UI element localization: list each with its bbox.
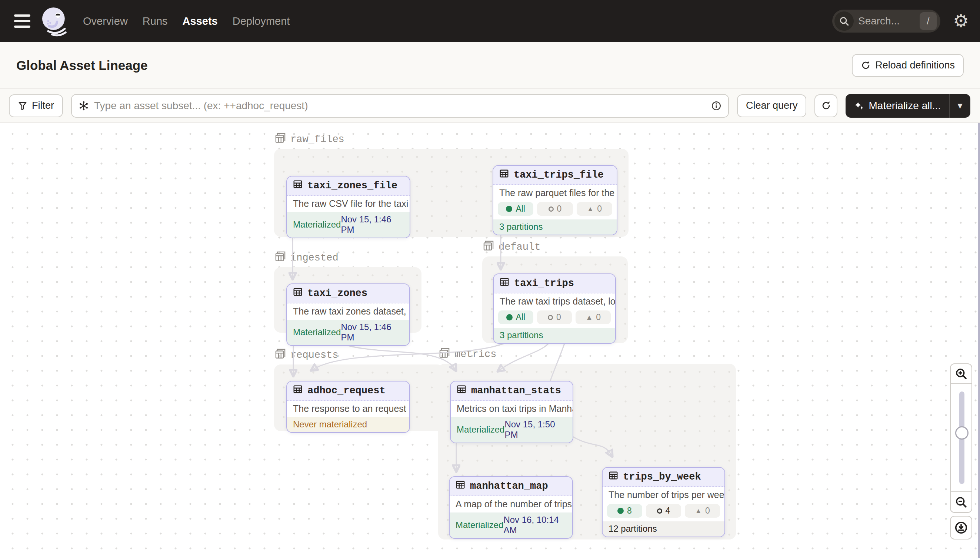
table-icon	[500, 277, 509, 290]
search-input[interactable]	[858, 15, 920, 27]
partition-health: All0▲0	[494, 310, 615, 328]
top-nav: OverviewRunsAssetsDeployment / ⚙	[0, 0, 980, 42]
asset-node-taxi_trips_file[interactable]: taxi_trips_fileThe raw parquet files for…	[492, 165, 618, 235]
materialization-time: Nov 15, 1:46 PM	[341, 322, 404, 343]
materialization-status: MaterializedNov 15, 1:46 PM	[287, 320, 409, 345]
download-image-button[interactable]	[950, 516, 972, 540]
partition-pill-triangle: ▲0	[576, 310, 611, 324]
partition-pill-dot: All	[498, 202, 533, 216]
asset-node-taxi_zones_file[interactable]: taxi_zones_fileThe raw CSV file for the …	[286, 176, 410, 238]
filter-icon	[18, 101, 27, 111]
partition-pill-circle: 0	[537, 310, 572, 324]
info-icon[interactable]	[711, 101, 721, 111]
nav-item-runs[interactable]: Runs	[143, 15, 168, 27]
asset-description: The raw parquet files for the taxi trips…	[493, 185, 617, 201]
asset-query-input[interactable]	[94, 100, 706, 112]
scrollbar[interactable]	[978, 123, 980, 558]
asset-query-field	[71, 94, 729, 118]
materialize-options-button[interactable]: ▾	[950, 94, 970, 118]
asset-graph-icon	[79, 101, 89, 111]
asset-description: The raw taxi trips dataset, loaded into …	[494, 294, 615, 310]
asset-name: taxi_zones_file	[287, 177, 410, 196]
materialization-time: Nov 16, 10:14 AM	[503, 515, 566, 535]
lineage-canvas[interactable]: raw_filesingesteddefaultrequestsmetricst…	[0, 123, 980, 558]
table-icon	[608, 471, 618, 483]
asset-name: adhoc_request	[287, 381, 409, 401]
table-icon	[456, 480, 465, 492]
partition-pill-circle: 0	[537, 202, 573, 216]
materialization-time: Nov 15, 1:50 PM	[504, 419, 567, 440]
zoom-out-button[interactable]	[950, 491, 972, 513]
asset-name: taxi_trips_file	[493, 166, 617, 185]
search-icon	[835, 11, 854, 31]
asset-node-taxi_trips[interactable]: taxi_tripsThe raw taxi trips dataset, lo…	[493, 274, 616, 344]
page-header: Global Asset Lineage Reload definitions	[0, 42, 980, 89]
partition-pill-triangle: ▲0	[685, 504, 720, 518]
asset-node-manhattan_map[interactable]: manhattan_mapA map of the number of trip…	[449, 476, 573, 539]
table-icon	[293, 384, 303, 397]
zoom-out-icon	[955, 496, 967, 509]
asset-description: The raw CSV file for the taxi zones dat.…	[287, 196, 410, 212]
materialization-status: Never materialized	[287, 417, 409, 432]
asset-description: A map of the number of trips per taxi z.…	[450, 496, 572, 512]
partitions-count: 12 partitions	[603, 521, 725, 537]
dagster-logo-icon	[39, 3, 69, 39]
partition-pill-dot: All	[498, 310, 533, 324]
partitions-count: 3 partitions	[493, 220, 617, 235]
slash-shortcut-badge: /	[920, 12, 937, 30]
sparkle-icon	[854, 101, 864, 111]
nav-item-assets[interactable]: Assets	[183, 15, 218, 27]
partition-pill-dot: 8	[607, 504, 642, 518]
gear-icon[interactable]: ⚙	[953, 12, 969, 30]
asset-description: Metrics on taxi trips in Manhattan	[451, 401, 573, 417]
asset-name: manhattan_map	[450, 477, 572, 496]
partition-pill-circle: 4	[646, 504, 681, 518]
materialize-all-button[interactable]: Materialize all...	[845, 94, 949, 118]
reload-definitions-label: Reload definitions	[875, 59, 955, 71]
zoom-slider	[950, 384, 972, 491]
partition-health: 84▲0	[603, 503, 725, 521]
zoom-in-button[interactable]	[950, 363, 972, 384]
nav-links: OverviewRunsAssetsDeployment	[83, 15, 290, 27]
refresh-icon	[821, 101, 831, 111]
reload-icon	[861, 60, 871, 70]
asset-name: taxi_trips	[494, 274, 615, 294]
lineage-toolbar: Filter Clear query Materialize all...	[0, 89, 980, 123]
table-icon	[499, 169, 509, 181]
global-search[interactable]: /	[832, 10, 940, 33]
asset-node-trips_by_week[interactable]: trips_by_weekThe number of trips per wee…	[602, 467, 725, 537]
asset-node-adhoc_request[interactable]: adhoc_requestThe response to an request …	[286, 381, 410, 433]
asset-name: taxi_zones	[287, 284, 409, 304]
table-icon	[457, 384, 466, 397]
page-title: Global Asset Lineage	[16, 58, 148, 73]
clear-query-label: Clear query	[746, 100, 798, 112]
dagster-logo[interactable]	[39, 3, 69, 39]
asset-node-manhattan_stats[interactable]: manhattan_statsMetrics on taxi trips in …	[450, 381, 573, 443]
materialization-time: Nov 15, 1:46 PM	[341, 214, 404, 235]
materialize-all-label: Materialize all...	[868, 100, 941, 112]
partition-pill-triangle: ▲0	[576, 202, 612, 216]
materialization-status: MaterializedNov 15, 1:46 PM	[287, 212, 410, 238]
caret-down-icon: ▾	[957, 100, 962, 112]
reload-definitions-button[interactable]: Reload definitions	[852, 54, 964, 77]
materialize-all-split-button: Materialize all... ▾	[845, 94, 970, 118]
nav-item-deployment[interactable]: Deployment	[232, 15, 290, 27]
partition-health: All0▲0	[493, 201, 617, 220]
asset-name: trips_by_week	[603, 468, 725, 487]
zoom-slider-thumb[interactable]	[955, 426, 968, 440]
filter-label: Filter	[32, 100, 54, 112]
clear-query-button[interactable]: Clear query	[737, 94, 807, 117]
partitions-count: 3 partitions	[494, 328, 615, 343]
refresh-button[interactable]	[814, 94, 837, 117]
asset-node-taxi_zones[interactable]: taxi_zonesThe raw taxi zones dataset, lo…	[286, 284, 410, 346]
download-icon	[954, 521, 968, 534]
menu-icon[interactable]	[14, 13, 33, 29]
asset-name: manhattan_stats	[451, 381, 573, 401]
table-icon	[293, 179, 303, 192]
nav-item-overview[interactable]: Overview	[83, 15, 128, 27]
materialization-status: MaterializedNov 15, 1:50 PM	[451, 417, 573, 443]
filter-button[interactable]: Filter	[9, 94, 63, 117]
table-icon	[293, 287, 303, 300]
asset-description: The number of trips per week, aggreg...	[603, 487, 725, 503]
zoom-controls	[950, 363, 972, 540]
